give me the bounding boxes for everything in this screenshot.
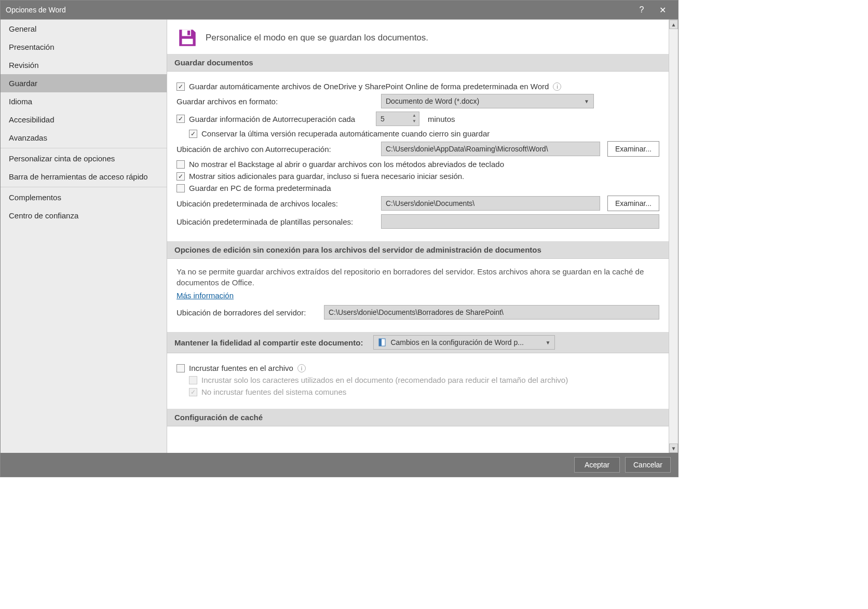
svg-rect-2 — [182, 39, 193, 45]
section-offline-editing: Opciones de edición sin conexión para lo… — [167, 241, 669, 259]
input-local-location[interactable]: C:\Users\donie\Documents\ — [381, 196, 600, 211]
section-guardar-body: Guardar automáticamente archivos de OneD… — [167, 72, 669, 241]
input-templates-location[interactable] — [381, 214, 659, 229]
checkbox-keep-last-autorecovered[interactable] — [189, 130, 197, 138]
svg-rect-4 — [379, 339, 382, 346]
sidebar-divider — [1, 187, 167, 187]
dialog-footer: Aceptar Cancelar — [1, 453, 678, 477]
fidelity-label: Mantener la fidelidad al compartir este … — [174, 338, 363, 347]
sidebar-item-guardar[interactable]: Guardar — [1, 74, 167, 92]
autorecover-value: 5 — [381, 115, 385, 123]
scroll-down-arrow[interactable]: ▼ — [669, 444, 678, 453]
label-minutes: minutos — [428, 115, 455, 123]
input-autorecover-minutes[interactable]: 5 ▲▼ — [376, 112, 419, 126]
section-fidelity-body: Incrustar fuentes en el archivo i Incrus… — [167, 353, 669, 409]
chevron-down-icon: ▼ — [584, 99, 589, 104]
titlebar: Opciones de Word ? ✕ — [1, 1, 678, 19]
checkbox-save-pc-default[interactable] — [177, 184, 185, 192]
section-cache: Configuración de caché — [167, 409, 669, 426]
section-fidelity: Mantener la fidelidad al compartir este … — [167, 332, 669, 353]
label-autorecover[interactable]: Guardar información de Autorrecuperación… — [189, 115, 372, 123]
window-title: Opciones de Word — [6, 6, 631, 14]
help-button[interactable]: ? — [631, 1, 652, 19]
sidebar-item-idioma[interactable]: Idioma — [1, 92, 167, 110]
main-wrap: Personalice el modo en que se guardan lo… — [167, 20, 678, 453]
main-panel: Personalice el modo en que se guardan lo… — [167, 20, 669, 453]
sidebar-item-complementos[interactable]: Complementos — [1, 188, 167, 206]
label-embed-subset: Incrustar solo los caracteres utilizados… — [201, 376, 568, 384]
browse-local-button[interactable]: Examinar... — [607, 196, 659, 211]
input-server-drafts[interactable]: C:\Users\donie\Documents\Borradores de S… — [324, 305, 659, 320]
spinner-icon[interactable]: ▲▼ — [411, 113, 418, 124]
sidebar-item-general[interactable]: General — [1, 20, 167, 38]
more-info-link[interactable]: Más información — [177, 291, 234, 300]
sidebar-item-accesibilidad[interactable]: Accesibilidad — [1, 110, 167, 129]
server-drafts-value: C:\Users\donie\Documents\Borradores de S… — [329, 308, 504, 316]
checkbox-no-backstage[interactable] — [177, 160, 185, 169]
label-autorecover-location: Ubicación de archivo con Autorrecuperaci… — [177, 145, 374, 154]
cancel-button[interactable]: Cancelar — [625, 457, 671, 473]
page-title: Personalice el modo en que se guardan lo… — [206, 33, 428, 43]
page-header: Personalice el modo en que se guardan lo… — [167, 20, 669, 54]
fidelity-document-value: Cambios en la configuración de Word p... — [390, 338, 524, 347]
sidebar-divider — [1, 148, 167, 148]
label-save-pc-default[interactable]: Guardar en PC de forma predeterminada — [189, 184, 331, 192]
checkbox-autosave-cloud[interactable] — [177, 82, 185, 91]
svg-rect-1 — [187, 31, 190, 35]
browse-autorecover-button[interactable]: Examinar... — [607, 141, 659, 157]
sidebar-item-qat[interactable]: Barra de herramientas de acceso rápido — [1, 168, 167, 186]
scroll-track[interactable] — [669, 29, 678, 444]
checkbox-embed-subset — [189, 376, 197, 384]
label-file-format: Guardar archivos en formato: — [177, 97, 374, 106]
label-autosave-cloud[interactable]: Guardar automáticamente archivos de OneD… — [189, 82, 549, 91]
checkbox-no-system-fonts — [189, 388, 197, 396]
sidebar-item-trust-center[interactable]: Centro de confianza — [1, 206, 167, 225]
label-no-system-fonts: No incrustar fuentes del sistema comunes — [201, 387, 346, 396]
label-show-additional-sites[interactable]: Mostrar sitios adicionales para guardar,… — [189, 172, 464, 181]
label-embed-fonts[interactable]: Incrustar fuentes en el archivo — [189, 364, 293, 372]
checkbox-show-additional-sites[interactable] — [177, 172, 185, 181]
label-server-drafts: Ubicación de borradores del servidor: — [177, 308, 320, 317]
label-no-backstage[interactable]: No mostrar el Backstage al abrir o guard… — [189, 160, 504, 169]
vertical-scrollbar[interactable]: ▲ ▼ — [669, 20, 678, 453]
label-file-format-text: Guardar archivos en formato: — [177, 97, 278, 106]
save-icon — [177, 27, 198, 49]
select-fidelity-document[interactable]: Cambios en la configuración de Word p...… — [373, 335, 555, 350]
local-location-value: C:\Users\donie\Documents\ — [386, 199, 474, 207]
label-local-location: Ubicación predeterminada de archivos loc… — [177, 199, 374, 208]
label-templates-location: Ubicación predeterminada de plantillas p… — [177, 217, 374, 226]
category-sidebar: General Presentación Revisión Guardar Id… — [1, 20, 167, 453]
ok-button[interactable]: Aceptar — [574, 457, 620, 473]
sidebar-item-revision[interactable]: Revisión — [1, 56, 167, 74]
checkbox-embed-fonts[interactable] — [177, 364, 185, 372]
select-file-format[interactable]: Documento de Word (*.docx) ▼ — [381, 94, 594, 108]
input-autorecover-location[interactable]: C:\Users\donie\AppData\Roaming\Microsoft… — [381, 142, 600, 156]
sidebar-item-avanzadas[interactable]: Avanzadas — [1, 129, 167, 147]
close-button[interactable]: ✕ — [652, 1, 673, 19]
options-window: Opciones de Word ? ✕ General Presentació… — [0, 0, 679, 477]
document-icon — [378, 338, 386, 347]
scroll-up-arrow[interactable]: ▲ — [669, 20, 678, 29]
section-guardar-documentos: Guardar documentos — [167, 54, 669, 72]
autorecover-location-value: C:\Users\donie\AppData\Roaming\Microsoft… — [386, 145, 548, 153]
section-offline-body: Ya no se permite guardar archivos extraí… — [167, 259, 669, 332]
sidebar-item-ribbon[interactable]: Personalizar cinta de opciones — [1, 149, 167, 168]
dialog-body: General Presentación Revisión Guardar Id… — [1, 19, 678, 453]
info-icon[interactable]: i — [297, 364, 306, 372]
chevron-down-icon: ▼ — [546, 340, 551, 345]
sidebar-item-presentacion[interactable]: Presentación — [1, 38, 167, 56]
checkbox-autorecover[interactable] — [177, 115, 185, 123]
select-file-format-value: Documento de Word (*.docx) — [386, 97, 479, 105]
info-icon[interactable]: i — [553, 82, 561, 91]
offline-note: Ya no se permite guardar archivos extraí… — [177, 266, 659, 288]
label-keep-last-autorecovered[interactable]: Conservar la última versión recuperada a… — [201, 129, 490, 138]
